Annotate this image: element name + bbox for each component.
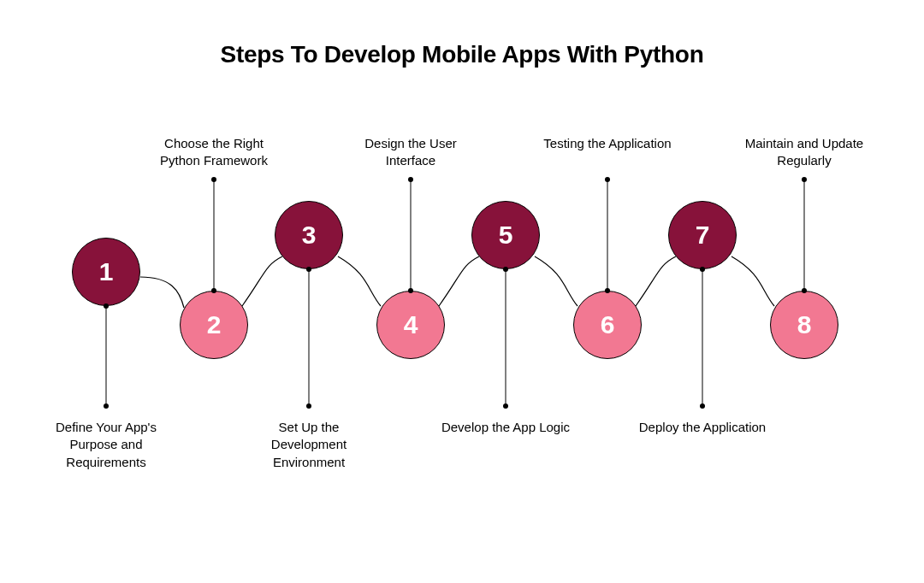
svg-point-23 xyxy=(802,177,807,182)
leader-line-8 xyxy=(0,0,924,583)
steps-diagram: 1 Define Your App's Purpose and Requirem… xyxy=(0,0,924,583)
step-label-8: Maintain and Update Regularly xyxy=(736,135,873,170)
